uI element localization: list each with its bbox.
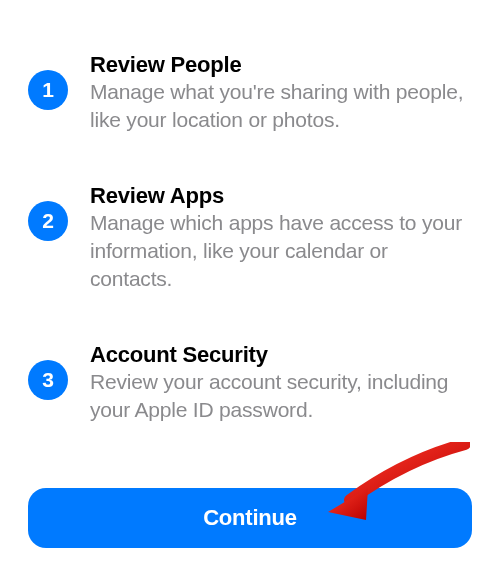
step-text: Account Security Review your account sec…: [90, 342, 472, 425]
step-description: Manage which apps have access to your in…: [90, 209, 472, 294]
continue-button[interactable]: Continue: [28, 488, 472, 548]
step-account-security: 3 Account Security Review your account s…: [28, 342, 472, 425]
step-review-people: 1 Review People Manage what you're shari…: [28, 52, 472, 135]
step-title: Account Security: [90, 342, 472, 368]
step-title: Review Apps: [90, 183, 472, 209]
step-number-badge: 3: [28, 360, 68, 400]
step-text: Review Apps Manage which apps have acces…: [90, 183, 472, 294]
step-number-badge: 1: [28, 70, 68, 110]
step-review-apps: 2 Review Apps Manage which apps have acc…: [28, 183, 472, 294]
step-number-badge: 2: [28, 201, 68, 241]
onboarding-steps: 1 Review People Manage what you're shari…: [28, 28, 472, 424]
step-text: Review People Manage what you're sharing…: [90, 52, 472, 135]
step-description: Manage what you're sharing with people, …: [90, 78, 472, 135]
step-description: Review your account security, including …: [90, 368, 472, 425]
step-title: Review People: [90, 52, 472, 78]
